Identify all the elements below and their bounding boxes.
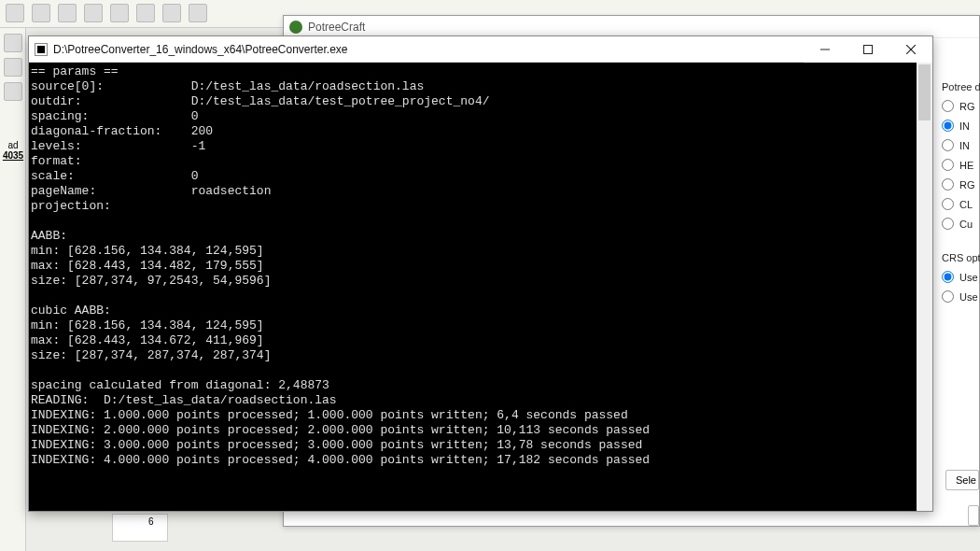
toolbar-icon[interactable]	[136, 4, 155, 22]
radio-input[interactable]	[942, 271, 954, 283]
console-window: D:\PotreeConverter_16_windows_x64\Potree…	[28, 35, 933, 512]
radio-option-rg[interactable]: RG	[942, 175, 979, 194]
radio-input[interactable]	[942, 159, 954, 171]
radio-option-he[interactable]: HE	[942, 155, 979, 175]
radio-option-use[interactable]: Use	[942, 287, 979, 306]
radio-option-rg[interactable]: RG	[942, 96, 979, 116]
maximize-button[interactable]	[847, 36, 889, 63]
radio-option-use[interactable]: Use	[942, 267, 979, 287]
toolbar-icon[interactable]	[32, 4, 50, 22]
radio-input[interactable]	[942, 290, 954, 303]
select-button[interactable]: Sele	[945, 470, 979, 490]
group-label-colorscheme: Potree de	[942, 79, 979, 96]
toolbar-icon[interactable]	[189, 4, 207, 22]
radio-option-cl[interactable]: CL	[942, 194, 979, 214]
console-titlebar[interactable]: D:\PotreeConverter_16_windows_x64\Potree…	[29, 36, 932, 63]
toolbar-icon[interactable]	[162, 4, 181, 22]
toolbar-icon[interactable]	[84, 4, 103, 22]
radio-label: CL	[959, 199, 973, 210]
left-toolbar: ad 4035	[0, 28, 26, 551]
radio-label: HE	[959, 160, 973, 171]
radio-input[interactable]	[942, 218, 954, 230]
radio-label: RG	[959, 179, 975, 191]
svg-rect-1	[864, 45, 873, 53]
minimize-button[interactable]	[804, 36, 847, 63]
toolbar-icon[interactable]	[58, 4, 77, 22]
window-controls	[804, 36, 932, 63]
scrollbar[interactable]	[917, 63, 932, 511]
radio-option-in[interactable]: IN	[942, 135, 979, 155]
potreecraft-title: PotreeCraft	[308, 21, 365, 34]
ok-button-stub[interactable]	[968, 505, 979, 526]
side-tool-icon[interactable]	[4, 82, 22, 101]
toolbar-icon[interactable]	[6, 4, 24, 22]
close-button[interactable]	[889, 36, 932, 63]
side-label: ad 4035	[0, 140, 26, 161]
radio-label: Use	[959, 291, 978, 303]
radio-input[interactable]	[942, 120, 954, 132]
console-body: == params == source[0]: D:/test_las_data…	[29, 63, 932, 511]
radio-label: Cu	[959, 219, 973, 230]
console-app-icon	[35, 43, 48, 56]
maximize-icon	[863, 45, 873, 54]
radio-option-cu[interactable]: Cu	[942, 214, 979, 233]
radio-label: Use	[959, 272, 978, 283]
console-output: == params == source[0]: D:/test_las_data…	[29, 63, 917, 511]
ruler: 6	[112, 514, 168, 542]
radio-input[interactable]	[942, 139, 954, 151]
close-icon	[906, 45, 916, 54]
minimize-icon	[820, 45, 830, 54]
radio-option-in[interactable]: IN	[942, 116, 979, 135]
qgis-icon	[289, 21, 302, 34]
console-title: D:\PotreeConverter_16_windows_x64\Potree…	[53, 43, 348, 56]
group-label-crs: CRS optio	[942, 250, 979, 267]
radio-input[interactable]	[942, 198, 954, 210]
side-tool-icon[interactable]	[4, 58, 22, 77]
radio-input[interactable]	[942, 100, 954, 112]
side-tool-icon[interactable]	[4, 34, 22, 52]
radio-label: RG	[959, 101, 975, 112]
radio-label: IN	[959, 140, 970, 151]
radio-label: IN	[959, 120, 970, 132]
radio-input[interactable]	[942, 178, 954, 191]
toolbar-icon[interactable]	[110, 4, 129, 22]
scroll-thumb[interactable]	[918, 64, 931, 120]
right-panel: Potree de RGININHERGCLCu CRS optio UseUs…	[942, 79, 979, 518]
